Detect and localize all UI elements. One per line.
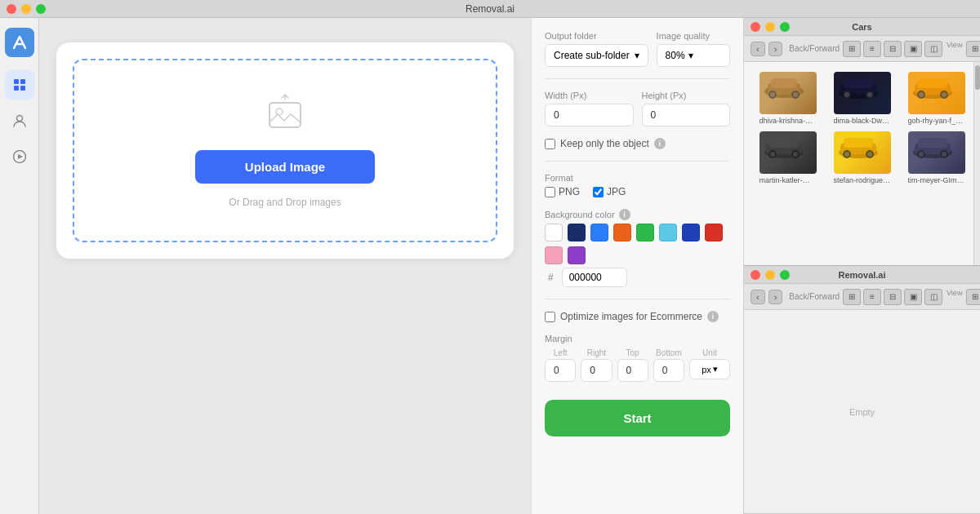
format-png-option[interactable]: PNG (545, 186, 580, 197)
finder-top-back-btn[interactable]: ‹ (751, 42, 765, 56)
color-swatch-purple[interactable] (568, 246, 586, 264)
finder-filename-1: dhiva-krishna-X16zXc...lash.jpeg (760, 117, 817, 125)
color-swatch-green[interactable] (636, 224, 654, 241)
margin-right-input[interactable] (581, 359, 612, 382)
finder-bottom-icon-gallery[interactable]: ▣ (904, 289, 922, 305)
color-swatch-white[interactable] (545, 224, 563, 241)
finder-top-forward-btn[interactable]: › (768, 42, 783, 56)
divider-3 (545, 299, 730, 299)
finder-bottom-forward-btn[interactable]: › (768, 290, 783, 304)
finder-top-icon-gallery[interactable]: ▣ (904, 41, 922, 57)
upload-dropzone[interactable]: Upload Image Or Drag and Drop images (73, 59, 497, 242)
finder-item-3[interactable]: goh-rhy-yan-f_SDCA...lash.jpeg (902, 72, 970, 125)
minimize-button[interactable] (21, 4, 31, 14)
format-jpg-option[interactable]: JPG (593, 186, 626, 197)
finder-top-icon-list[interactable]: ≡ (863, 41, 881, 57)
finder-thumb-1 (760, 72, 817, 114)
close-button[interactable] (7, 4, 16, 14)
color-swatch-pink[interactable] (545, 246, 563, 264)
sidebar-item-layers[interactable] (5, 70, 34, 100)
finder-item-5[interactable]: stefan-rodrigue...ash.jpeg (828, 131, 896, 184)
svg-rect-46 (918, 138, 947, 148)
finder-bottom-icon-columns[interactable]: ⊟ (884, 289, 902, 305)
bg-color-info-icon[interactable]: i (619, 209, 630, 220)
finder-bottom-back-btn[interactable]: ‹ (751, 290, 765, 304)
sidebar-item-profile[interactable] (5, 106, 34, 135)
optimize-ecommerce-info-icon[interactable]: i (707, 311, 719, 322)
finder-bottom-empty-label: Empty (849, 407, 875, 417)
finder-top-close-btn[interactable] (751, 22, 760, 32)
finder-bottom-icon-grid[interactable]: ⊞ (843, 289, 861, 305)
color-swatch-royal-blue[interactable] (682, 224, 700, 241)
bg-color-section: Background color i # (545, 209, 730, 287)
svg-rect-7 (270, 103, 301, 127)
finder-top-scrollbar[interactable] (973, 62, 980, 265)
finder-item-1[interactable]: dhiva-krishna-X16zXc...lash.jpeg (754, 72, 822, 125)
margin-bottom-input[interactable] (653, 359, 684, 382)
chevron-down-unit-icon: ▾ (713, 364, 718, 374)
app-title: Removal.ai (466, 3, 514, 15)
keep-object-info-icon[interactable]: i (654, 138, 666, 149)
finder-bottom-icon-list[interactable]: ≡ (863, 289, 881, 305)
finder-bottom-view-label: View (947, 289, 962, 305)
format-jpg-checkbox[interactable] (593, 187, 604, 197)
finder-item-4[interactable]: martin-katler-WCNGj...lash.jpeg (754, 131, 822, 184)
finder-top-icon-grid[interactable]: ⊞ (843, 41, 861, 57)
finder-top-icon-view2[interactable]: ◫ (924, 41, 942, 57)
finder-bottom-content: Empty (744, 310, 980, 513)
maximize-button[interactable] (36, 4, 46, 14)
finder-bottom-icon-view2[interactable]: ◫ (924, 289, 942, 305)
finder-window-bottom: Removal.ai ‹ › Back/Forward ⊞ ≡ ⊟ ▣ ◫ Vi… (744, 266, 980, 514)
finder-top-scrollbar-thumb (975, 65, 980, 90)
color-swatch-light-blue[interactable] (659, 224, 677, 241)
finder-bottom-back-forward-label: Back/Forward (789, 292, 840, 301)
hex-input-field[interactable] (562, 268, 627, 287)
keep-object-checkbox[interactable] (545, 139, 555, 149)
chevron-down-icon: ▾ (635, 50, 639, 61)
finder-thumb-6 (908, 131, 965, 174)
output-folder-section: Output folder Create sub-folder ▾ Image … (545, 31, 730, 67)
optimize-ecommerce-checkbox[interactable] (545, 312, 555, 322)
finder-bottom-group-btn[interactable]: ⊞ (966, 289, 980, 305)
finder-bottom-minimize-btn[interactable] (765, 270, 775, 280)
color-swatch-orange[interactable] (613, 224, 631, 241)
width-input[interactable]: 0 (545, 104, 634, 126)
finder-top-maximize-btn[interactable] (780, 22, 790, 32)
finder-top-content: dhiva-krishna-X16zXc...lash.jpeg (744, 62, 980, 194)
margin-unit-select[interactable]: px ▾ (689, 359, 730, 379)
finder-bottom-maximize-btn[interactable] (780, 270, 790, 280)
svg-point-13 (770, 92, 775, 97)
finder-item-2[interactable]: dima-black-DwxihTv...ash.jpeg (828, 72, 896, 125)
finder-bottom-toolbar-icons: ⊞ ≡ ⊟ ▣ ◫ View ⊞ Group ⚙ Action » (843, 289, 980, 305)
upload-image-button[interactable]: Upload Image (195, 150, 375, 184)
image-quality-select[interactable]: 80% ▾ (657, 44, 730, 67)
svg-point-27 (919, 92, 924, 97)
keep-object-label: Keep only the object (560, 138, 649, 149)
finder-top-group-btn[interactable]: ⊞ (966, 41, 980, 57)
height-input[interactable]: 0 (642, 104, 731, 126)
margin-label: Margin (545, 334, 730, 343)
finder-bottom-close-btn[interactable] (751, 270, 760, 280)
format-png-checkbox[interactable] (545, 187, 555, 197)
finder-top-title: Cars (852, 22, 871, 32)
output-folder-select[interactable]: Create sub-folder ▾ (545, 44, 648, 67)
svg-point-4 (16, 116, 22, 122)
start-button[interactable]: Start (545, 400, 730, 436)
color-swatches (545, 224, 730, 264)
margin-left-input[interactable] (545, 359, 576, 382)
finder-item-6[interactable]: tim-meyer-GIm7wxi...sh.jpeg (902, 131, 970, 184)
margin-right-label: Right (587, 348, 606, 357)
color-swatch-dark-blue[interactable] (568, 224, 586, 241)
finder-top-view-label: View (947, 41, 962, 57)
finder-filename-6: tim-meyer-GIm7wxi...sh.jpeg (908, 176, 965, 184)
color-swatch-blue[interactable] (590, 224, 608, 241)
finder-top-minimize-btn[interactable] (765, 22, 775, 32)
color-swatch-red[interactable] (705, 224, 723, 241)
finder-top-icon-columns[interactable]: ⊟ (884, 41, 902, 57)
svg-point-20 (844, 92, 849, 97)
margin-top-input[interactable] (617, 359, 648, 382)
sidebar-item-play[interactable] (5, 142, 34, 171)
title-bar: Removal.ai (0, 0, 980, 18)
sidebar-logo[interactable] (5, 28, 34, 57)
finder-filename-3: goh-rhy-yan-f_SDCA...lash.jpeg (908, 117, 965, 125)
